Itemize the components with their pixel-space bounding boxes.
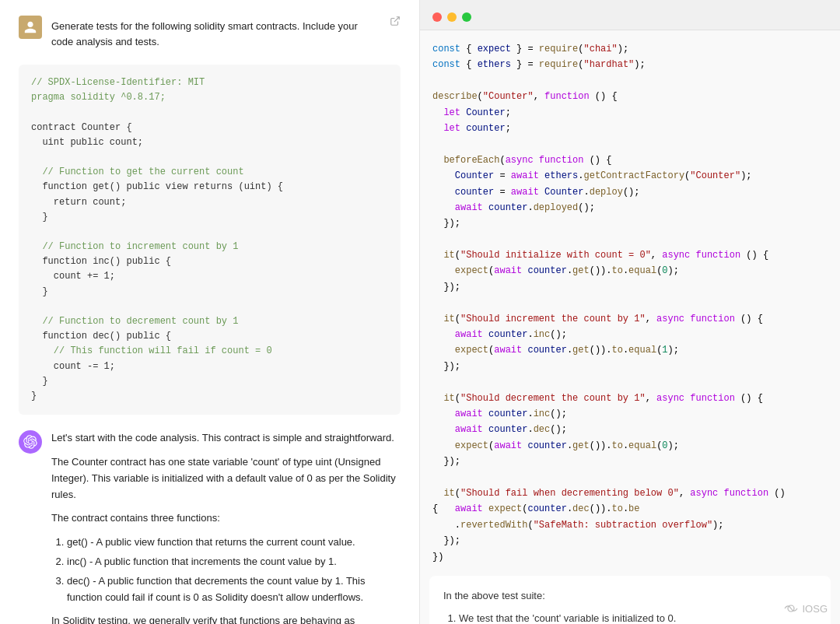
user-message: Generate tests for the following solidit… [19, 16, 401, 49]
watermark-text: IOSG [802, 603, 828, 615]
watermark: IOSG [783, 602, 828, 615]
ai-content: Let's start with the code analysis. This… [51, 430, 401, 624]
svg-line-0 [394, 17, 399, 22]
user-avatar [19, 16, 42, 39]
list-item: inc() - A public function that increment… [67, 554, 401, 570]
minimize-button[interactable] [447, 12, 457, 22]
ai-para3: In Solidity testing, we generally verify… [51, 613, 401, 624]
maximize-button[interactable] [462, 12, 471, 22]
explanation-list: We test that the 'count' variable is ini… [443, 611, 817, 624]
list-item: dec() - A public function that decrement… [67, 573, 401, 606]
user-text: Generate tests for the following solidit… [51, 16, 380, 49]
close-button[interactable] [432, 12, 442, 22]
code-panel: const { expect } = require("chai"); cons… [420, 30, 840, 576]
explanation-panel: In the above test suite: We test that th… [429, 576, 831, 624]
user-code-block: // SPDX-License-Identifier: MIT pragma s… [19, 65, 401, 415]
ai-functions-list: get() - A public view function that retu… [51, 535, 401, 605]
ai-para1: The Counter contract has one state varia… [51, 454, 401, 503]
window-controls [420, 0, 840, 30]
list-item: We test that the 'count' variable is ini… [459, 611, 817, 624]
ai-intro: Let's start with the code analysis. This… [51, 430, 401, 447]
list-item: get() - A public view function that retu… [67, 535, 401, 551]
right-panel: const { expect } = require("chai"); cons… [420, 0, 840, 624]
ai-para2: The contract contains three functions: [51, 510, 401, 527]
explanation-intro: In the above test suite: [443, 588, 817, 605]
export-icon[interactable] [390, 16, 401, 49]
ai-avatar [19, 430, 42, 454]
ai-message: Let's start with the code analysis. This… [19, 430, 401, 624]
left-panel: Generate tests for the following solidit… [0, 0, 420, 624]
